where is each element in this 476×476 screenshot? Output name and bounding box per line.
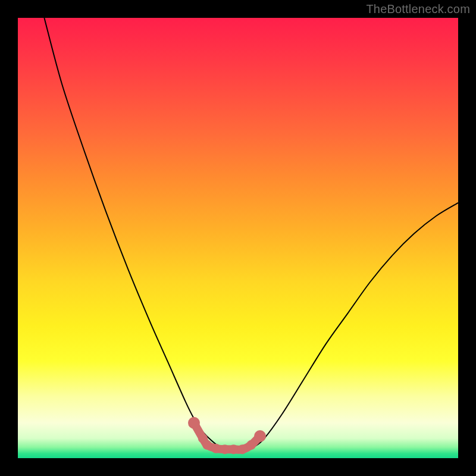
sweet-spot-dot: [229, 444, 239, 454]
plot-area: [18, 18, 458, 458]
sweet-spot-dot: [220, 444, 230, 454]
sweet-spot-dot: [237, 444, 247, 454]
sweet-spot-dot: [202, 440, 212, 450]
sweet-spot-dot: [188, 417, 200, 429]
curve-path: [44, 18, 458, 450]
chart-frame: TheBottleneck.com: [0, 0, 476, 476]
sweet-spot-dot: [198, 434, 208, 443]
sweet-spot-band: [194, 423, 260, 450]
curve-svg: [18, 18, 458, 458]
sweet-spot-overlay: [188, 417, 266, 454]
sweet-spot-dot: [211, 444, 221, 453]
watermark-text: TheBottleneck.com: [366, 2, 470, 16]
sweet-spot-dot: [246, 440, 256, 450]
bottleneck-curve-line: [44, 18, 458, 450]
sweet-spot-dot: [254, 430, 266, 442]
